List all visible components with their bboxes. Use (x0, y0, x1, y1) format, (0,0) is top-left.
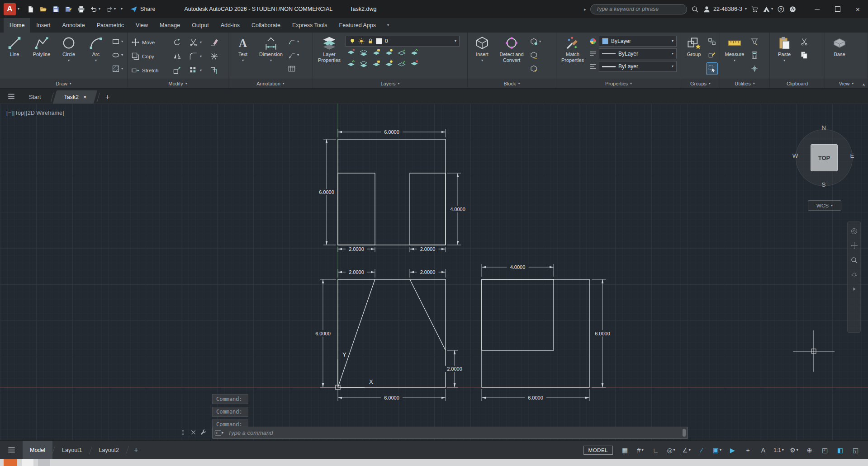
viewcube-west[interactable]: W (791, 152, 800, 159)
copy-button[interactable]: Copy (129, 51, 171, 61)
file-tab-menu-button[interactable] (3, 89, 20, 104)
panel-menu-utilities[interactable]: Utilities▾ (720, 79, 769, 88)
save-as-button[interactable] (63, 4, 74, 15)
mirror-button[interactable] (171, 51, 187, 61)
id-point-button[interactable] (749, 63, 760, 75)
ribbon-tab-output[interactable]: Output (186, 18, 215, 33)
panel-menu-view[interactable]: View▾ (825, 79, 868, 88)
panel-menu-draw[interactable]: Draw▾ (0, 79, 127, 88)
new-file-button[interactable] (25, 4, 36, 15)
steering-wheel-icon[interactable] (850, 227, 858, 235)
pan-icon[interactable] (850, 242, 858, 249)
multileader-button[interactable]: ▾ (286, 36, 300, 47)
hatch-button[interactable]: ▾ (110, 63, 124, 75)
orbit-icon[interactable] (850, 271, 858, 278)
search-box[interactable] (590, 4, 687, 14)
command-grip-icon[interactable] (180, 429, 187, 436)
command-scrollbar[interactable] (683, 429, 686, 437)
array-button[interactable]: ▾ (187, 65, 208, 75)
ortho-mode-toggle[interactable]: ∟ (649, 444, 663, 456)
layer-merge-button[interactable] (397, 60, 407, 69)
base-button[interactable]: Base (827, 34, 852, 78)
ribbon-tab-home[interactable]: Home (4, 18, 30, 33)
panel-menu-layers[interactable]: Layers▾ (313, 79, 467, 88)
ribbon-tab-add-ins[interactable]: Add-ins (215, 18, 246, 33)
viewport-minimize-control[interactable]: [−] (6, 110, 13, 116)
ribbon-tab-view[interactable]: View (130, 18, 154, 33)
viewcube-north[interactable]: N (819, 124, 828, 131)
file-tab-task2[interactable]: Task2× (55, 90, 95, 104)
explode-button[interactable] (208, 51, 223, 61)
status-menu-button[interactable] (4, 441, 19, 459)
ungroup-button[interactable] (707, 36, 717, 47)
open-file-button[interactable] (38, 4, 49, 15)
search-icon[interactable] (691, 5, 699, 13)
panel-menu-properties[interactable]: Properties▾ (556, 79, 681, 88)
layer-unlock-button[interactable] (372, 60, 381, 69)
group-edit-button[interactable] (707, 49, 717, 61)
lineweight-select[interactable]: ByLayer▾ (599, 61, 677, 72)
move-button[interactable]: Move (129, 37, 171, 47)
view-cube[interactable]: N S W E TOP (790, 123, 858, 191)
layer-lock-tool-button[interactable] (372, 48, 381, 58)
customize-quick-access-button[interactable]: ▾ (119, 5, 124, 13)
copy-clip-button[interactable] (799, 49, 810, 61)
drawing-canvas[interactable]: 6.00006.00004.00002.00002.00002.00002.00… (0, 104, 868, 440)
layer-select[interactable]: 0▾ (346, 36, 460, 47)
annotation-scale-toggle[interactable]: 1:1▾ (772, 444, 786, 456)
search-input[interactable] (595, 5, 682, 13)
viewport-view-control[interactable]: [Top] (13, 110, 25, 116)
command-input[interactable] (227, 429, 683, 437)
maximize-button[interactable] (827, 0, 848, 18)
panel-menu-clipboard[interactable]: Clipboard (770, 79, 825, 88)
autodesk-access-icon[interactable] (789, 5, 797, 13)
undo-button[interactable]: ▾ (88, 4, 102, 15)
trim-button[interactable]: ▾ (187, 37, 208, 47)
redo-button[interactable]: ▾ (104, 4, 118, 15)
annotation-visibility-toggle[interactable]: A (756, 444, 770, 456)
wcs-selector[interactable]: WCS ▾ (808, 200, 841, 211)
write-block-button[interactable] (528, 49, 542, 61)
quick-select-button[interactable] (749, 36, 760, 47)
line-button[interactable]: Line (2, 34, 27, 78)
arc-button[interactable]: Arc▾ (83, 34, 109, 78)
stretch-button[interactable]: Stretch (129, 65, 171, 75)
isometric-drafting-toggle[interactable]: ◎▾ (664, 444, 678, 456)
graphics-performance-toggle[interactable]: ◧ (833, 444, 847, 456)
dimension-button[interactable]: Dimension▾ (257, 34, 285, 78)
panel-menu-block[interactable]: Block▾ (468, 79, 556, 88)
show-motion-icon[interactable] (850, 285, 858, 293)
selection-cycling-toggle[interactable]: ▶ (726, 444, 740, 456)
grid-display-toggle[interactable]: ▦ (618, 444, 632, 456)
linetype-select[interactable]: ByLayer▾ (599, 48, 677, 59)
layer-delete-button[interactable] (410, 60, 419, 69)
group-button[interactable]: Group (683, 34, 705, 78)
ribbon-tab-featured-apps[interactable]: Featured Apps (333, 18, 382, 33)
command-customize-icon[interactable] (200, 429, 207, 436)
viewcube-south[interactable]: S (819, 181, 828, 188)
layout-tab-layout2[interactable]: Layout2 (92, 441, 126, 459)
autodesk-app-menu[interactable]: ▾ (763, 5, 773, 13)
offset-button[interactable] (208, 65, 223, 75)
recent-commands-caret[interactable]: ▾ (222, 431, 223, 435)
layer-thaw-button[interactable] (384, 60, 394, 69)
layer-walk-button[interactable] (359, 60, 369, 69)
clean-screen-toggle[interactable]: ◱ (849, 444, 863, 456)
viewcube-top-face[interactable]: TOP (811, 144, 838, 171)
object-color-select[interactable]: ByLayer▾ (599, 36, 677, 47)
fillet-button[interactable]: ▾ (187, 51, 208, 61)
scale-button[interactable] (171, 65, 187, 75)
store-cart-icon[interactable] (751, 5, 759, 13)
paste-button[interactable]: Paste▾ (772, 34, 797, 78)
layout-tab-model[interactable]: Model (23, 441, 52, 459)
layer-isolate-button[interactable] (359, 48, 369, 58)
layer-match-button[interactable] (410, 48, 419, 58)
polar-tracking-toggle[interactable]: ∠▾ (679, 444, 693, 456)
panel-menu-groups[interactable]: Groups▾ (681, 79, 720, 88)
quick-calculator-button[interactable] (749, 49, 760, 61)
create-block-button[interactable]: ▾ (528, 36, 542, 47)
ribbon-collapse-button[interactable]: ∧ (862, 82, 865, 87)
ellipse-button[interactable]: ▾ (110, 49, 124, 61)
ribbon-tab-express-tools[interactable]: Express Tools (286, 18, 333, 33)
command-close-icon[interactable] (190, 429, 197, 436)
